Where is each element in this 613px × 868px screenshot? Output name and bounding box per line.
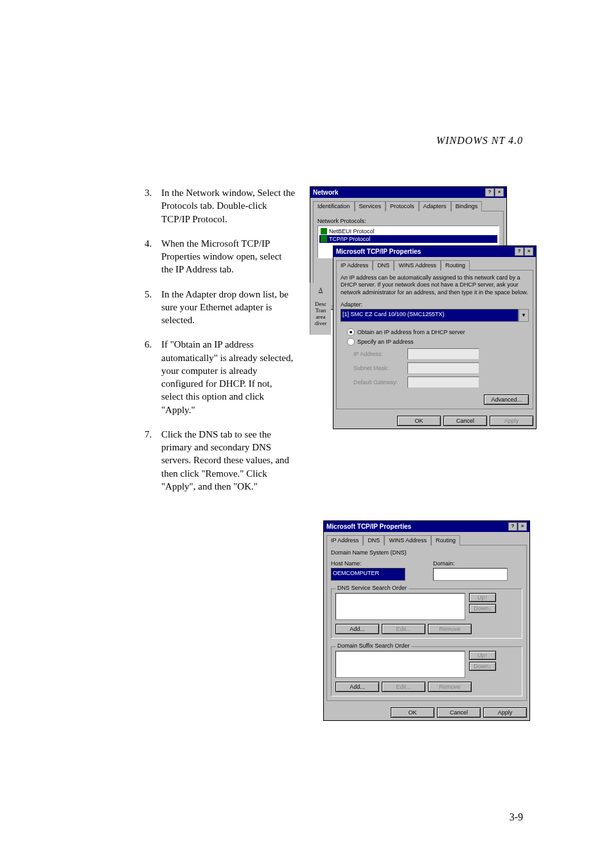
window-title: Microsoft TCP/IP Properties bbox=[326, 523, 411, 530]
default-gateway-field bbox=[407, 376, 479, 388]
close-icon[interactable]: × bbox=[518, 522, 527, 531]
down-button[interactable]: Down↓ bbox=[469, 662, 496, 671]
protocol-icon bbox=[321, 236, 327, 242]
window-titlebar: Network ? × bbox=[310, 187, 506, 198]
close-icon[interactable]: × bbox=[495, 188, 504, 197]
instructions-list: 3.In the Network window, Select the Prot… bbox=[145, 186, 296, 504]
tcpip-properties-window: Microsoft TCP/IP Properties ? × IP Addre… bbox=[333, 245, 537, 429]
step-text: When the Microsoft TCP/IP Properties win… bbox=[161, 237, 296, 276]
network-tabs: Identification Services Protocols Adapte… bbox=[313, 200, 504, 211]
step-text: If "Obtain an IP address automatically" … bbox=[161, 338, 296, 416]
tab-wins-address[interactable]: WINS Address bbox=[384, 535, 431, 545]
remove-button[interactable]: Remove bbox=[428, 624, 472, 634]
dns-tabs: IP Address DNS WINS Address Routing bbox=[326, 535, 527, 545]
domain-field[interactable] bbox=[433, 568, 508, 581]
adapter-label: Adapter: bbox=[341, 301, 529, 308]
edit-button[interactable]: Edit... bbox=[382, 624, 425, 634]
cancel-button[interactable]: Cancel bbox=[437, 707, 481, 718]
dns-group-label: Domain Name System (DNS) bbox=[331, 549, 522, 556]
domain-suffix-list[interactable] bbox=[335, 651, 465, 678]
dns-search-order-label: DNS Service Search Order bbox=[335, 585, 409, 591]
up-button[interactable]: Up↑ bbox=[469, 651, 496, 660]
subnet-mask-label: Subnet Mask: bbox=[353, 365, 404, 371]
ip-address-field bbox=[407, 348, 479, 360]
tab-identification[interactable]: Identification bbox=[313, 201, 355, 211]
help-icon[interactable]: ? bbox=[485, 188, 494, 197]
apply-button[interactable]: Apply bbox=[483, 707, 527, 718]
partial-label: area bbox=[310, 314, 331, 320]
ok-button[interactable]: OK bbox=[397, 416, 441, 426]
tab-protocols[interactable]: Protocols bbox=[386, 201, 419, 211]
step-text: In the Network window, Select the Protoc… bbox=[161, 186, 296, 226]
dns-servers-list[interactable] bbox=[335, 593, 465, 620]
chevron-down-icon[interactable]: ▼ bbox=[519, 309, 529, 322]
radio-specify-ip[interactable]: Specify an IP address bbox=[347, 338, 529, 346]
domain-suffix-label: Domain Suffix Search Order bbox=[335, 642, 411, 649]
up-button[interactable]: Up↑ bbox=[469, 593, 496, 602]
adapter-value: [1] SMC EZ Card 10/100 (SMC1255TX) bbox=[341, 309, 519, 322]
domain-label: Domain: bbox=[433, 560, 522, 567]
tab-ip-address[interactable]: IP Address bbox=[336, 260, 373, 270]
step-text: Click the DNS tab to see the primary and… bbox=[161, 428, 296, 493]
step-number: 7. bbox=[145, 428, 161, 493]
step-number: 3. bbox=[145, 186, 161, 226]
tab-services[interactable]: Services bbox=[355, 201, 386, 211]
help-icon[interactable]: ? bbox=[515, 247, 524, 256]
advanced-button[interactable]: Advanced... bbox=[484, 394, 529, 405]
adapter-dropdown[interactable]: [1] SMC EZ Card 10/100 (SMC1255TX) ▼ bbox=[341, 309, 529, 322]
tab-ip-address[interactable]: IP Address bbox=[326, 535, 363, 545]
host-name-label: Host Name: bbox=[331, 560, 420, 567]
edit-button[interactable]: Edit... bbox=[382, 682, 425, 692]
ok-button[interactable]: OK bbox=[391, 707, 434, 718]
window-title: Microsoft TCP/IP Properties bbox=[336, 248, 421, 255]
add-button[interactable]: Add... bbox=[335, 682, 379, 692]
close-icon[interactable]: × bbox=[524, 247, 533, 256]
tab-wins-address[interactable]: WINS Address bbox=[394, 260, 441, 270]
partial-panel: A Desc Tran area diver bbox=[310, 283, 331, 335]
step-text: In the Adapter drop down list, be sure y… bbox=[161, 288, 296, 327]
window-titlebar: Microsoft TCP/IP Properties ? × bbox=[333, 246, 536, 257]
remove-button[interactable]: Remove bbox=[428, 682, 472, 692]
radio-obtain-dhcp[interactable]: Obtain an IP address from a DHCP server bbox=[347, 328, 529, 336]
help-icon[interactable]: ? bbox=[508, 522, 517, 531]
cancel-button[interactable]: Cancel bbox=[443, 416, 487, 426]
partial-label: Tran bbox=[310, 307, 331, 314]
tab-routing[interactable]: Routing bbox=[441, 260, 470, 270]
down-button[interactable]: Down↓ bbox=[469, 604, 496, 613]
tab-adapters[interactable]: Adapters bbox=[419, 201, 451, 211]
add-button[interactable]: Add... bbox=[335, 624, 379, 634]
step-number: 5. bbox=[145, 288, 161, 327]
protocols-list-label: Network Protocols: bbox=[317, 218, 499, 224]
tcpip-tabs: IP Address DNS WINS Address Routing bbox=[336, 260, 533, 270]
partial-label: diver bbox=[310, 320, 331, 326]
tab-dns[interactable]: DNS bbox=[363, 535, 384, 545]
page-number: 3-9 bbox=[510, 811, 523, 823]
default-gateway-label: Default Gateway: bbox=[353, 379, 404, 385]
tab-bindings[interactable]: Bindings bbox=[451, 201, 483, 211]
step-number: 6. bbox=[145, 338, 161, 416]
dns-properties-window: Microsoft TCP/IP Properties ? × IP Addre… bbox=[323, 520, 530, 721]
step-number: 4. bbox=[145, 237, 161, 276]
tab-dns[interactable]: DNS bbox=[373, 260, 394, 270]
window-title: Network bbox=[313, 189, 338, 196]
tab-routing[interactable]: Routing bbox=[431, 535, 460, 545]
host-name-field[interactable]: OEMCOMPUTER bbox=[331, 568, 405, 581]
partial-label: Desc bbox=[310, 301, 331, 307]
list-item[interactable]: TCP/IP Protocol bbox=[319, 235, 497, 243]
list-item[interactable]: NetBEUI Protocol bbox=[319, 227, 497, 235]
ip-address-label: IP Address: bbox=[353, 351, 404, 357]
tcpip-description: An IP address can be automatically assig… bbox=[341, 274, 529, 296]
protocol-icon bbox=[321, 228, 327, 235]
subnet-mask-field bbox=[407, 362, 479, 374]
apply-button[interactable]: Apply bbox=[490, 416, 533, 426]
page-header: WINDOWS NT 4.0 bbox=[436, 135, 523, 146]
partial-label: A bbox=[310, 287, 331, 293]
window-titlebar: Microsoft TCP/IP Properties ? × bbox=[324, 521, 529, 532]
